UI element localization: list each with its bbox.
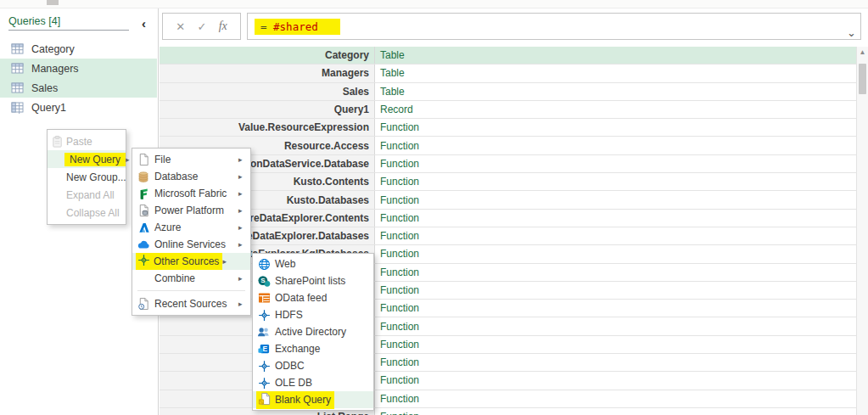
field-value-link[interactable]: Function (380, 302, 419, 314)
menu-item-other-sources[interactable]: Other Sources▸ (132, 253, 250, 270)
menu-item-label: Exchange (275, 343, 361, 355)
menu-item-label: Expand All (66, 189, 115, 201)
field-value-link[interactable]: Function (380, 339, 419, 351)
field-value-cell: Function (375, 119, 856, 136)
menu-item-recent-sources[interactable]: Recent Sources▸ (132, 295, 250, 312)
field-value-link[interactable]: Function (380, 356, 419, 368)
exchange-icon: E (253, 343, 275, 356)
menu-item-power-platform[interactable]: Power Platform▸ (132, 202, 250, 219)
submenu-arrow-icon: ▸ (238, 206, 250, 215)
field-value-cell: Function (375, 317, 856, 334)
field-value-cell: Function (375, 155, 856, 172)
field-value-link[interactable]: Function (380, 284, 419, 296)
database-icon (132, 171, 154, 183)
menu-item-sharepoint-lists[interactable]: SSharePoint lists (253, 272, 373, 289)
menu-item-new-group[interactable]: New Group... (48, 168, 126, 186)
table-row: Kusto.ContentsFunction (160, 173, 856, 191)
menu-item-hdfs[interactable]: HDFS (253, 306, 373, 323)
field-value-link[interactable]: Function (380, 266, 419, 278)
field-value-link[interactable]: Function (380, 374, 419, 386)
field-value-cell: Table (375, 83, 856, 100)
azure-icon (132, 222, 154, 234)
menu-item-web[interactable]: Web (253, 255, 373, 272)
field-value-cell: Function (375, 227, 856, 244)
menu-item-label: Other Sources (154, 255, 219, 267)
formula-input[interactable]: = #shared ⌄ (247, 13, 861, 40)
field-value-link[interactable]: Function (380, 158, 419, 170)
fx-icon[interactable]: fx (219, 20, 227, 33)
field-value-link[interactable]: Record (380, 104, 413, 115)
expand-formula-bar-icon[interactable]: ⌄ (847, 26, 856, 39)
field-value-link[interactable]: Function (380, 121, 419, 133)
table-row: Resource.AccessFunction (160, 137, 856, 154)
query-list: CategoryManagersSalesQuery1 (0, 39, 157, 117)
ribbon-edge (0, 0, 868, 8)
scrollbar-thumb[interactable] (859, 64, 866, 94)
field-value-cell: Function (375, 173, 856, 190)
query-label: Sales (31, 82, 58, 94)
field-value-link[interactable]: Function (380, 248, 419, 260)
field-value-link[interactable]: Function (380, 176, 419, 188)
menu-item-active-directory[interactable]: Active Directory (253, 323, 373, 340)
submenu-arrow-icon: ▸ (238, 223, 250, 232)
menu-item-combine[interactable]: Combine▸ (132, 270, 250, 287)
query-context-menu: PasteNew Query▸New Group...Expand AllCol… (47, 129, 126, 225)
field-name: Managers (160, 64, 375, 81)
sidebar-item-query1[interactable]: Query1 (0, 98, 157, 117)
field-value-link[interactable]: Function (380, 194, 419, 206)
field-value-link[interactable]: Function (380, 230, 419, 242)
sidebar-item-category[interactable]: Category (0, 39, 157, 59)
menu-item-azure[interactable]: Azure▸ (132, 219, 250, 236)
highlight-annotation: Other Sources (136, 253, 222, 270)
menu-item-label: New Query (70, 154, 120, 165)
field-value-cell: Table (375, 64, 856, 81)
menu-item-expand-all: Expand All (48, 186, 126, 204)
menu-item-label: Database (154, 171, 238, 182)
confirm-formula-icon[interactable]: ✓ (197, 20, 206, 33)
menu-item-odata-feed[interactable]: OData feed (253, 289, 373, 306)
field-name: Category (160, 47, 375, 64)
odata-icon (253, 292, 275, 304)
oledb-icon (253, 377, 275, 390)
menu-item-ole-db[interactable]: OLE DB (253, 374, 373, 391)
field-value-link[interactable]: Function (380, 411, 419, 415)
query-label: Query1 (31, 102, 66, 114)
table-row: Kusto.DatabasesFunction (160, 191, 856, 209)
field-value-link[interactable]: Table (380, 49, 405, 61)
table-icon (11, 81, 24, 94)
field-value-cell: Function (375, 408, 856, 415)
highlight-annotation: New Query (64, 153, 126, 166)
recent-sources-icon (132, 297, 154, 311)
submenu-arrow-icon: ▸ (238, 300, 250, 308)
table-row: CategoryTable (160, 47, 856, 64)
other-sources-submenu: WebSSharePoint listsOData feedHDFSActive… (252, 253, 374, 411)
field-value-link[interactable]: Table (380, 86, 405, 98)
collapse-pane-icon[interactable]: ‹ (142, 16, 146, 31)
menu-item-file[interactable]: File▸ (132, 151, 250, 168)
paste-icon (48, 135, 66, 149)
field-value-cell: Function (375, 300, 856, 317)
vertical-scrollbar[interactable]: ▲ (856, 47, 868, 415)
menu-item-blank-query[interactable]: Blank Query (253, 391, 373, 408)
menu-item-online-services[interactable]: Online Services▸ (132, 236, 250, 253)
menu-item-new-query[interactable]: New Query▸ (48, 150, 126, 168)
field-value-cell: Function (375, 390, 856, 407)
field-value-link[interactable]: Function (380, 140, 419, 152)
sidebar-item-managers[interactable]: Managers (0, 59, 157, 78)
fabric-icon (132, 188, 154, 200)
scroll-up-icon[interactable]: ▲ (857, 48, 868, 56)
menu-item-label: Power Platform (154, 205, 238, 216)
menu-item-label: Azure (154, 222, 238, 233)
menu-item-odbc[interactable]: ODBC (253, 357, 373, 374)
menu-item-exchange[interactable]: EExchange (253, 340, 373, 357)
field-value-link[interactable]: Table (380, 67, 405, 79)
field-value-link[interactable]: Function (380, 212, 419, 224)
ribbon-tab-remnant (47, 0, 59, 5)
cancel-formula-icon[interactable]: ✕ (176, 20, 185, 33)
field-value-link[interactable]: Function (380, 321, 419, 333)
sidebar-item-sales[interactable]: Sales (0, 78, 157, 98)
field-value-link[interactable]: Function (380, 393, 419, 405)
menu-item-microsoft-fabric[interactable]: Microsoft Fabric▸ (132, 185, 250, 202)
menu-item-database[interactable]: Database▸ (132, 168, 250, 185)
field-name: Query1 (160, 101, 375, 118)
